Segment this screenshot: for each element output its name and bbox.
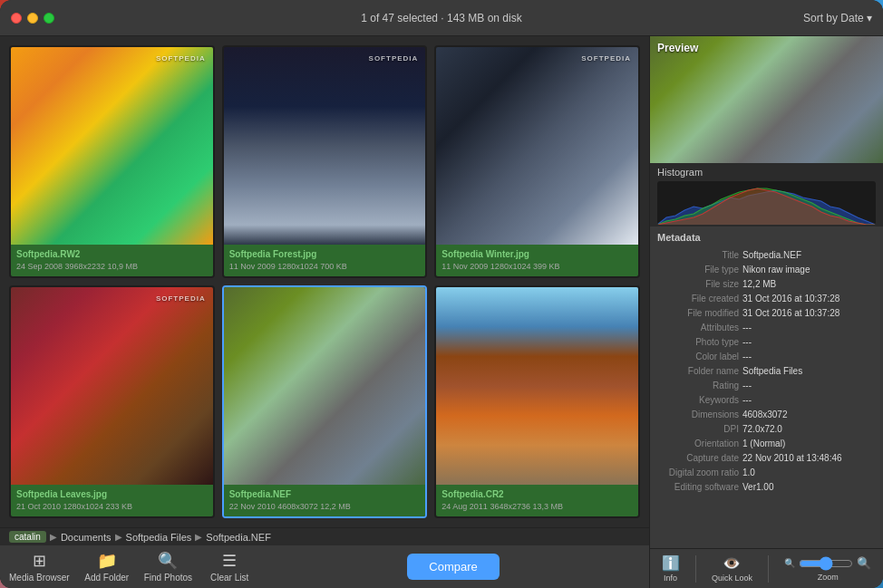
photo-details-1: 24 Sep 2008 3968x2232 10,9 MB [16, 261, 208, 273]
breadcrumb-arrow-1: ▶ [50, 532, 57, 542]
title-bar: 1 of 47 selected · 143 MB on disk Sort b… [0, 0, 883, 36]
photo-item-6[interactable]: Softpedia.CR2 24 Aug 2011 3648x2736 13,3… [434, 285, 640, 518]
close-button[interactable] [11, 13, 22, 24]
preview-section: Preview [650, 36, 883, 163]
app-window: 1 of 47 selected · 143 MB on disk Sort b… [0, 0, 883, 588]
photo-name-5: Softpedia.NEF [229, 488, 421, 501]
media-browser-label: Media Browser [9, 573, 70, 583]
photo-thumb-4: SOFTPEDIA [11, 287, 213, 485]
photo-details-4: 21 Oct 2010 1280x1024 233 KB [16, 501, 208, 513]
toolbar: ⊞ Media Browser 📁 Add Folder 🔍 Find Phot… [0, 545, 649, 588]
zoom-control[interactable]: 🔍 🔍 Zoom [784, 556, 871, 582]
zoom-max-icon: 🔍 [857, 556, 871, 570]
metadata-row-capturedate: Capture date 22 Nov 2010 at 13:48:46 [657, 451, 876, 466]
metadata-row-colorlabel: Color label --- [657, 350, 876, 364]
histogram-section: Histogram [650, 163, 883, 227]
photo-thumb-2: SOFTPEDIA [224, 47, 426, 245]
metadata-row-dimensions: Dimensions 4608x3072 [657, 408, 876, 422]
breadcrumb-path-2: Softpedia Files [126, 532, 192, 543]
add-folder-button[interactable]: 📁 Add Folder [84, 551, 130, 583]
histogram-chart [657, 181, 876, 225]
zoom-slider-container: 🔍 🔍 [784, 556, 871, 571]
fullscreen-button[interactable] [44, 13, 54, 24]
info-button[interactable]: ℹ️ Info [662, 554, 680, 583]
compare-button[interactable]: Compare [407, 554, 499, 580]
breadcrumb-arrow-3: ▶ [195, 532, 202, 542]
quick-look-icon: 👁️ [723, 554, 741, 572]
add-folder-label: Add Folder [84, 573, 129, 583]
photo-info-2: Softpedia Forest.jpg 11 Nov 2009 1280x10… [224, 245, 426, 276]
breadcrumb-bar: catalin ▶ Documents ▶ Softpedia Files ▶ … [0, 528, 649, 545]
preview-label: Preview [657, 42, 698, 54]
photo-info-6: Softpedia.CR2 24 Aug 2011 3648x2736 13,3… [436, 485, 638, 516]
photo-name-3: Softpedia Winter.jpg [442, 248, 633, 261]
metadata-section: Metadata Title Softpedia.NEF File type N… [650, 227, 883, 548]
photo-item-3[interactable]: SOFTPEDIA Softpedia Winter.jpg 11 Nov 20… [434, 45, 640, 278]
metadata-row-foldername: Folder name Softpedia Files [657, 364, 876, 379]
find-photos-icon: 🔍 [158, 551, 178, 571]
metadata-row-filetype: File type Nikon raw image [657, 263, 876, 277]
media-browser-button[interactable]: ⊞ Media Browser [9, 551, 70, 583]
breadcrumb-folder: catalin [9, 531, 46, 543]
metadata-row-title: Title Softpedia.NEF [657, 248, 876, 263]
info-label: Info [664, 574, 677, 583]
photo-details-5: 22 Nov 2010 4608x3072 12,2 MB [229, 501, 421, 513]
minimize-button[interactable] [27, 13, 38, 24]
photo-thumb-5 [224, 287, 426, 485]
clear-list-icon: ☰ [222, 551, 237, 571]
photo-info-3: Softpedia Winter.jpg 11 Nov 2009 1280x10… [436, 245, 638, 276]
photo-details-6: 24 Aug 2011 3648x2736 13,3 MB [442, 501, 633, 513]
metadata-row-phototype: Photo type --- [657, 335, 876, 350]
watermark-1: SOFTPEDIA [156, 54, 206, 63]
photo-item-5[interactable]: Softpedia.NEF 22 Nov 2010 4608x3072 12,2… [222, 285, 428, 518]
breadcrumb-path-3: Softpedia.NEF [206, 532, 271, 543]
main-content: SOFTPEDIA Softpedia.RW2 24 Sep 2008 3968… [0, 36, 883, 588]
metadata-row-filesize: File size 12,2 MB [657, 277, 876, 292]
metadata-row-rating: Rating --- [657, 379, 876, 393]
metadata-row-dpi: DPI 72.0x72.0 [657, 422, 876, 437]
photo-info-4: Softpedia Leaves.jpg 21 Oct 2010 1280x10… [11, 485, 213, 516]
photo-item-1[interactable]: SOFTPEDIA Softpedia.RW2 24 Sep 2008 3968… [9, 45, 215, 278]
watermark-4: SOFTPEDIA [156, 294, 206, 303]
photo-item-2[interactable]: SOFTPEDIA Softpedia Forest.jpg 11 Nov 20… [222, 45, 428, 278]
breadcrumb-arrow-2: ▶ [115, 532, 122, 542]
metadata-label: Metadata [657, 232, 876, 243]
info-icon: ℹ️ [662, 554, 680, 572]
photo-name-4: Softpedia Leaves.jpg [16, 488, 208, 501]
metadata-row-digitalzoom: Digital zoom ratio 1.0 [657, 466, 876, 480]
media-browser-icon: ⊞ [33, 551, 46, 571]
metadata-row-orientation: Orientation 1 (Normal) [657, 437, 876, 451]
zoom-slider[interactable] [799, 556, 853, 571]
clear-list-button[interactable]: ☰ Clear List [207, 551, 252, 583]
find-photos-label: Find Photos [144, 573, 192, 583]
selection-info: 1 of 47 selected · 143 MB on disk [361, 12, 521, 24]
photo-name-1: Softpedia.RW2 [16, 248, 208, 261]
sort-control[interactable]: Sort by Date ▾ [803, 12, 872, 24]
panel-divider-1 [695, 555, 696, 583]
metadata-row-modified: File modified 31 Oct 2016 at 10:37:28 [657, 306, 876, 321]
quick-look-button[interactable]: 👁️ Quick Look [712, 554, 752, 583]
histogram-label: Histogram [657, 167, 876, 178]
metadata-row-editing: Editing software Ver1.00 [657, 480, 876, 495]
panel-divider-2 [768, 555, 769, 583]
preview-image [650, 36, 883, 163]
breadcrumb-path-1: Documents [61, 532, 112, 543]
photo-name-6: Softpedia.CR2 [442, 488, 633, 501]
bottom-bar: catalin ▶ Documents ▶ Softpedia Files ▶ … [0, 527, 649, 588]
gallery-area: SOFTPEDIA Softpedia.RW2 24 Sep 2008 3968… [0, 36, 649, 588]
gallery-grid: SOFTPEDIA Softpedia.RW2 24 Sep 2008 3968… [0, 36, 649, 527]
photo-item-4[interactable]: SOFTPEDIA Softpedia Leaves.jpg 21 Oct 20… [9, 285, 215, 518]
photo-info-1: Softpedia.RW2 24 Sep 2008 3968x2232 10,9… [11, 245, 213, 276]
find-photos-button[interactable]: 🔍 Find Photos [144, 551, 192, 583]
watermark-3: SOFTPEDIA [581, 54, 631, 63]
watermark-2: SOFTPEDIA [369, 54, 419, 63]
photo-thumb-6 [436, 287, 638, 485]
photo-details-3: 11 Nov 2009 1280x1024 399 KB [442, 261, 633, 273]
quick-look-label: Quick Look [712, 574, 752, 583]
photo-details-2: 11 Nov 2009 1280x1024 700 KB [229, 261, 421, 273]
metadata-row-created: File created 31 Oct 2016 at 10:37:28 [657, 292, 876, 306]
photo-thumb-1: SOFTPEDIA [11, 47, 213, 245]
right-panel: Preview Histogram Meta [649, 36, 883, 588]
right-panel-toolbar: ℹ️ Info 👁️ Quick Look 🔍 🔍 [650, 548, 883, 588]
photo-thumb-3: SOFTPEDIA [436, 47, 638, 245]
